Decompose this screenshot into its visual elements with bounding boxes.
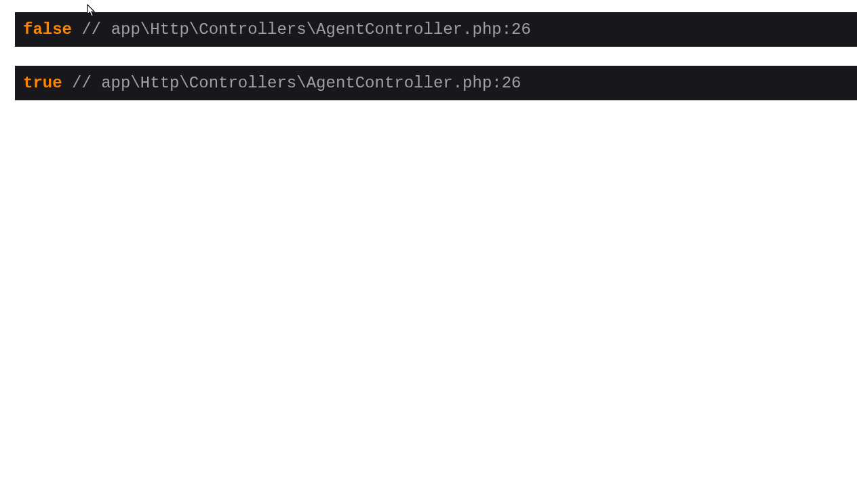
dump-source-path: app\Http\Controllers\AgentController.php…: [111, 20, 531, 39]
dump-comment-prefix: //: [62, 74, 102, 92]
dump-output-row: true // app\Http\Controllers\AgentContro…: [15, 66, 857, 100]
dump-value: true: [23, 74, 62, 92]
dump-comment-prefix: //: [72, 20, 111, 39]
dump-value: false: [23, 20, 72, 39]
dump-output-row: false // app\Http\Controllers\AgentContr…: [15, 12, 857, 47]
dump-source-path: app\Http\Controllers\AgentController.php…: [101, 74, 521, 92]
